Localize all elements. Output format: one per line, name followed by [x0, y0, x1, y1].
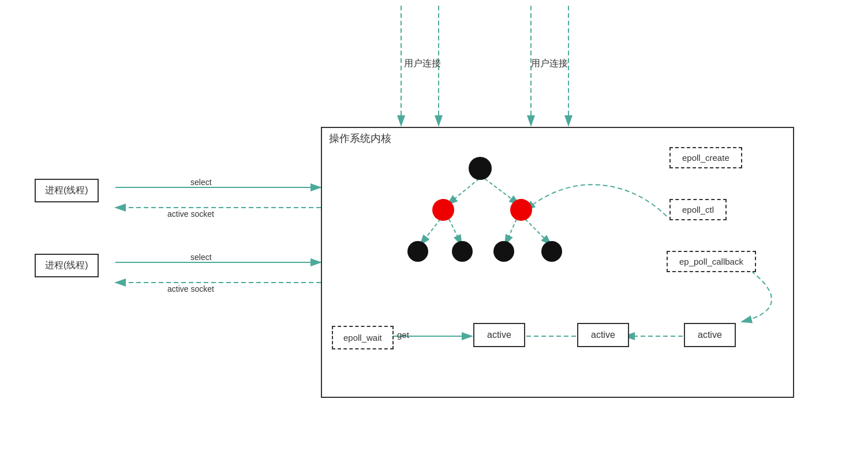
epoll-wait-box: epoll_wait	[332, 326, 394, 349]
user-conn-label-1: 用户连接	[404, 58, 441, 70]
tree-root-node	[469, 157, 492, 180]
process-box-2: 进程(线程)	[35, 254, 99, 277]
user-conn-label-2: 用户连接	[531, 58, 568, 70]
get-label: get	[397, 330, 409, 340]
kernel-label: 操作系统内核	[329, 131, 391, 145]
epoll-create-box: epoll_create	[669, 147, 742, 168]
ep-poll-callback-box: ep_poll_callback	[667, 251, 756, 272]
tree-rr-node	[541, 241, 562, 262]
active-socket-label-1: active socket	[167, 209, 214, 219]
active-box-1: active	[473, 323, 525, 347]
tree-ll-node	[407, 241, 428, 262]
tree-lr-node	[452, 241, 473, 262]
epoll-ctl-box: epoll_ctl	[669, 199, 727, 220]
tree-right-red-node	[510, 199, 532, 221]
tree-rl-node	[493, 241, 514, 262]
select-label-2: select	[190, 253, 212, 262]
process-box-1: 进程(线程)	[35, 179, 99, 202]
select-label-1: select	[190, 178, 212, 187]
active-box-3: active	[684, 323, 736, 347]
active-socket-label-2: active socket	[167, 284, 214, 294]
tree-left-red-node	[432, 199, 454, 221]
diagram-container: 用户连接 用户连接 操作系统内核 进程(线程) 进程(线程) select ac…	[0, 0, 868, 459]
active-box-2: active	[577, 323, 629, 347]
